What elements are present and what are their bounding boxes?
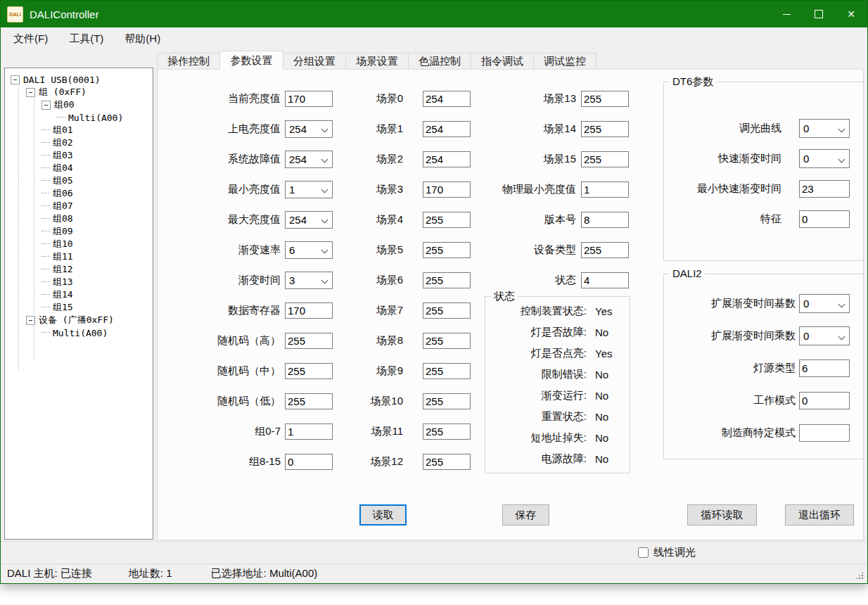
dimming-curve-combobox[interactable]: 0 <box>799 119 850 138</box>
menu-help[interactable]: 帮助(H) <box>115 29 170 49</box>
scene-11-input[interactable] <box>423 424 471 440</box>
random-code-low-input[interactable] <box>285 393 333 409</box>
tree-item-group-root[interactable]: 组 (0xFF) <box>5 86 153 98</box>
field-extended-fade-multiplier: 扩展渐变时间乘数0 <box>662 326 850 345</box>
tree-item-group-07[interactable]: 组07 <box>5 200 153 212</box>
tree-item-group-14[interactable]: 组14 <box>5 288 153 301</box>
tab-parameter-settings[interactable]: 参数设置 <box>219 51 283 70</box>
status-value-input[interactable] <box>581 272 629 288</box>
statusbar-selected-address: 已选择地址: Multi(A00) <box>211 567 318 580</box>
tree-item-group-00[interactable]: 组00 <box>5 98 153 111</box>
close-button[interactable]: ✕ <box>835 1 867 27</box>
scene-15-input[interactable] <box>581 151 629 167</box>
tree-item-group-13[interactable]: 组13 <box>5 276 153 288</box>
tab-grouping-settings[interactable]: 分组设置 <box>283 53 346 69</box>
scene-7-input[interactable] <box>423 302 471 319</box>
random-code-mid-input[interactable] <box>285 363 333 379</box>
status-short-address-missing: 短地址掉失:No <box>485 431 625 445</box>
field-random-code-mid: 随机码（中） <box>167 362 333 380</box>
tree-item-group-04[interactable]: 组04 <box>5 162 153 174</box>
field-scene-14: 场景14 <box>451 120 629 138</box>
tree-item-group-15[interactable]: 组15 <box>5 301 153 314</box>
resize-grip-icon[interactable] <box>855 571 864 580</box>
tab-command-debug[interactable]: 指令调试 <box>471 53 534 69</box>
scene-9-input[interactable] <box>423 363 471 379</box>
data-register-input[interactable] <box>285 302 333 319</box>
tree-item-group-10[interactable]: 组10 <box>5 238 153 250</box>
dt6-rows: 调光曲线0 快速渐变时间0 最小快速渐变时间 特征 <box>662 119 850 240</box>
field-random-code-low: 随机码（低） <box>167 393 333 410</box>
features-input[interactable] <box>799 210 850 228</box>
exit-loop-button[interactable]: 退出循环 <box>785 504 854 526</box>
tree-item-multi-a00[interactable]: Multi(A00) <box>5 111 153 124</box>
fade-time-combobox[interactable]: 3 <box>285 272 333 289</box>
current-brightness-input[interactable] <box>285 91 333 107</box>
scene-12-input[interactable] <box>423 454 471 470</box>
tab-scene-settings[interactable]: 场景设置 <box>345 53 409 69</box>
extended-fade-base-combobox[interactable]: 0 <box>799 294 850 313</box>
light-source-type-input[interactable] <box>799 359 850 377</box>
field-scene-11: 场景11 <box>338 423 471 440</box>
fast-fade-time-combobox[interactable]: 0 <box>799 149 850 168</box>
min-brightness-combobox[interactable]: 1 <box>285 181 333 198</box>
tree-item-group-01[interactable]: 组01 <box>5 124 153 136</box>
fade-rate-combobox[interactable]: 6 <box>285 241 333 259</box>
dt6-groupbox-title: DT6参数 <box>670 75 716 89</box>
tree-connector <box>42 205 50 207</box>
field-manufacturer-mode: 制造商特定模式 <box>662 424 850 442</box>
field-max-brightness: 最大亮度值254 <box>167 211 333 229</box>
operating-mode-input[interactable] <box>799 392 850 409</box>
manufacturer-mode-input[interactable] <box>799 424 850 442</box>
minimize-button[interactable] <box>770 1 803 27</box>
chevron-down-icon <box>321 277 328 284</box>
collapse-icon[interactable] <box>42 101 51 110</box>
scene-13-input[interactable] <box>581 91 629 107</box>
maximize-button[interactable] <box>803 1 835 27</box>
tree-item-group-03[interactable]: 组03 <box>5 149 153 162</box>
tree-item-group-12[interactable]: 组12 <box>5 263 153 276</box>
menu-file[interactable]: 文件(F) <box>4 29 57 49</box>
screenshot-stage: DALI DALIController ✕ 文件(F) 工具(T) 帮助(H) … <box>0 0 868 605</box>
power-on-brightness-combobox[interactable]: 254 <box>285 120 333 138</box>
field-operating-mode: 工作模式 <box>662 391 850 410</box>
tree-connector <box>42 167 50 169</box>
tab-color-temp-control[interactable]: 色温控制 <box>408 53 471 69</box>
extended-fade-multiplier-combobox[interactable]: 0 <box>799 326 850 345</box>
tab-debug-monitor[interactable]: 调试监控 <box>533 53 596 69</box>
scene-14-input[interactable] <box>581 121 629 137</box>
param-column-1: 当前亮度值 上电亮度值254 系统故障值254 最小亮度值1 最大亮度值254 … <box>167 90 333 471</box>
scene-10-input[interactable] <box>423 393 471 409</box>
menu-tools[interactable]: 工具(T) <box>60 29 113 49</box>
tree-item-multi-a00-device[interactable]: Multi(A00) <box>5 326 153 339</box>
read-button[interactable]: 读取 <box>359 504 407 526</box>
device-type-input[interactable] <box>581 242 629 258</box>
max-brightness-combobox[interactable]: 254 <box>285 211 333 229</box>
status-badge: No <box>595 453 608 465</box>
scene-8-input[interactable] <box>423 333 471 349</box>
title-bar: DALI DALIController ✕ <box>1 1 867 27</box>
random-code-high-input[interactable] <box>285 333 333 349</box>
save-button[interactable]: 保存 <box>502 504 549 526</box>
tree-item-group-11[interactable]: 组11 <box>5 250 153 263</box>
collapse-icon[interactable] <box>26 88 35 97</box>
tree-item-group-08[interactable]: 组08 <box>5 212 153 225</box>
menu-bar: 文件(F) 工具(T) 帮助(H) <box>1 27 867 51</box>
group-0-7-input[interactable] <box>285 424 333 440</box>
tab-operation-control[interactable]: 操作控制 <box>157 53 220 69</box>
tree-item-device-broadcast[interactable]: 设备 (广播0xFF) <box>5 314 153 326</box>
tree-item-group-02[interactable]: 组02 <box>5 136 153 149</box>
tree-item-group-09[interactable]: 组09 <box>5 225 153 238</box>
tree-item-dali-usb[interactable]: DALI USB(0001) <box>5 73 153 86</box>
linear-dimming-checkbox[interactable] <box>638 547 649 558</box>
tree-item-group-05[interactable]: 组05 <box>5 174 153 187</box>
tree-item-group-06[interactable]: 组06 <box>5 187 153 200</box>
system-failure-level-combobox[interactable]: 254 <box>285 151 333 168</box>
chevron-down-icon <box>838 156 845 163</box>
version-number-input[interactable] <box>581 212 629 228</box>
min-fast-fade-time-input[interactable] <box>799 180 850 198</box>
loop-read-button[interactable]: 循环读取 <box>687 504 757 526</box>
group-8-15-input[interactable] <box>285 454 333 470</box>
collapse-icon[interactable] <box>11 75 20 84</box>
physical-min-brightness-input[interactable] <box>581 182 629 198</box>
field-min-fast-fade-time: 最小快速渐变时间 <box>662 179 850 198</box>
